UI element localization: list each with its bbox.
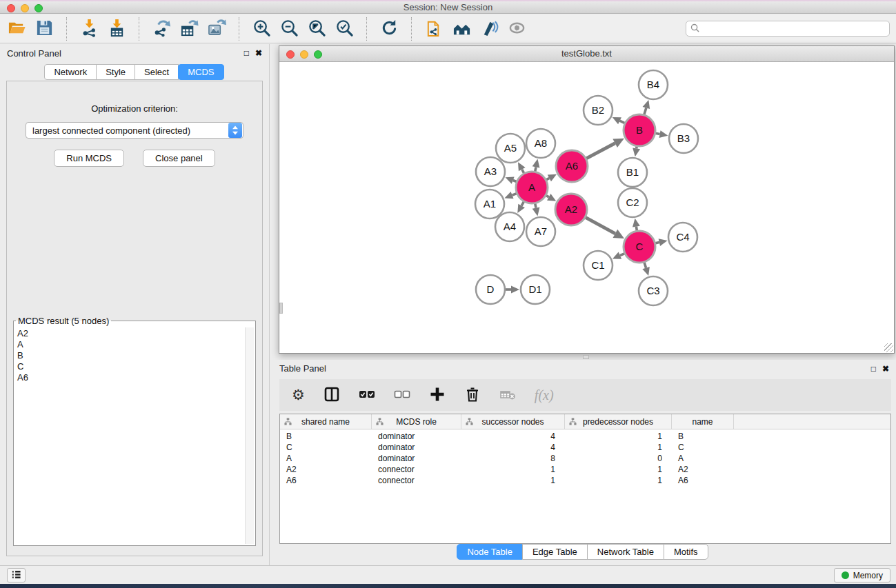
cell-shared_name[interactable]: A: [280, 453, 372, 464]
refresh-button[interactable]: [377, 17, 401, 41]
deselect-all-button[interactable]: [394, 385, 410, 405]
zoom-in-button[interactable]: [249, 17, 274, 41]
cell-shared_name[interactable]: C: [280, 442, 372, 453]
edge-A2-C[interactable]: [583, 216, 615, 234]
import-network-button[interactable]: [77, 17, 101, 41]
cell-predecessor_nodes[interactable]: 1: [565, 464, 672, 475]
resize-grip[interactable]: [884, 343, 893, 352]
home-button[interactable]: [449, 17, 474, 41]
tab-select[interactable]: Select: [135, 64, 179, 80]
canvas-scrollbar-thumb[interactable]: [279, 303, 283, 314]
close-window-button[interactable]: [7, 4, 15, 12]
minimize-window-button[interactable]: [21, 4, 29, 12]
optimization-criterion-select[interactable]: largest connected component (directed): [26, 122, 243, 139]
network-canvas[interactable]: AA1A2A3A4A5A6A7A8BB1B2B3B4CC1C2C3C4DD1: [279, 63, 894, 353]
mcds-result-item[interactable]: A2: [17, 328, 242, 339]
cell-mcds_role[interactable]: connector: [372, 475, 461, 486]
close-panel-button[interactable]: Close panel: [143, 150, 215, 167]
columns-button[interactable]: [323, 385, 340, 405]
export-image-button[interactable]: [204, 17, 229, 41]
tab-network-table[interactable]: Network Table: [587, 544, 664, 560]
tab-motifs[interactable]: Motifs: [664, 544, 708, 560]
export-image-icon: [208, 19, 226, 39]
cell-predecessor_nodes[interactable]: 1: [565, 475, 672, 486]
cell-name[interactable]: B: [672, 431, 734, 442]
select-all-button[interactable]: [359, 385, 375, 405]
column-header-name[interactable]: name: [672, 414, 734, 429]
cell-successor_nodes[interactable]: 4: [461, 431, 565, 442]
run-mcds-button[interactable]: Run MCDS: [54, 150, 124, 167]
cell-shared_name[interactable]: A2: [280, 464, 372, 475]
divider-handle-icon[interactable]: [583, 355, 589, 359]
cell-mcds_role[interactable]: dominator: [372, 431, 461, 442]
cell-name[interactable]: C: [672, 442, 734, 453]
table-row[interactable]: Adominator80A: [280, 453, 890, 464]
cell-name[interactable]: A6: [672, 475, 734, 486]
cell-successor_nodes[interactable]: 1: [461, 464, 565, 475]
edge-arrow-icon: [532, 207, 540, 216]
mcds-result-item[interactable]: A6: [17, 372, 242, 383]
zoom-selected-button[interactable]: [332, 17, 357, 41]
mcds-result-list[interactable]: A2ABCA6: [15, 327, 244, 544]
column-header-shared-name[interactable]: shared name: [280, 414, 372, 429]
minimize-network-button[interactable]: [300, 50, 308, 59]
cell-name[interactable]: A2: [672, 464, 734, 475]
import-table-button[interactable]: [104, 17, 129, 41]
cell-successor_nodes[interactable]: 8: [461, 453, 565, 464]
result-scrollbar[interactable]: [245, 327, 254, 544]
cell-shared_name[interactable]: A6: [280, 475, 372, 486]
table-row[interactable]: Cdominator41C: [280, 442, 890, 453]
column-header-predecessor-nodes[interactable]: predecessor nodes: [565, 414, 672, 429]
mcds-result-item[interactable]: C: [17, 361, 242, 372]
network-document-button[interactable]: [421, 17, 446, 41]
tab-style[interactable]: Style: [96, 64, 135, 80]
table-row[interactable]: A6connector11A6: [280, 475, 890, 486]
zoom-fit-button[interactable]: [304, 17, 329, 41]
show-details-button[interactable]: [504, 17, 529, 41]
zoom-network-button[interactable]: [314, 50, 322, 59]
edge-A6-B[interactable]: [584, 143, 615, 160]
cell-mcds_role[interactable]: connector: [372, 464, 461, 475]
close-network-button[interactable]: [286, 50, 295, 59]
table-row[interactable]: A2connector11A2: [280, 464, 890, 475]
cell-predecessor_nodes[interactable]: 1: [565, 431, 672, 442]
panel-divider[interactable]: [270, 354, 896, 360]
mcds-result-item[interactable]: B: [17, 350, 242, 361]
network-window-titlebar[interactable]: testGlobe.txt: [279, 46, 894, 62]
cell-mcds_role[interactable]: dominator: [372, 453, 461, 464]
export-table-button[interactable]: [177, 17, 201, 41]
delete-column-button[interactable]: [464, 385, 481, 405]
cell-successor_nodes[interactable]: 4: [461, 442, 565, 453]
delete-table-button[interactable]: [499, 385, 516, 405]
cell-successor_nodes[interactable]: 1: [461, 475, 565, 486]
column-header-successor-nodes[interactable]: successor nodes: [461, 414, 565, 429]
gear-button[interactable]: ⚙: [292, 385, 305, 405]
open-file-button[interactable]: [4, 17, 29, 41]
task-history-button[interactable]: [7, 568, 26, 582]
cell-name[interactable]: A: [672, 453, 734, 464]
function-builder-button[interactable]: f(x): [535, 385, 554, 405]
tab-network[interactable]: Network: [44, 64, 97, 80]
save-session-button[interactable]: [32, 17, 57, 41]
cell-predecessor_nodes[interactable]: 1: [565, 442, 672, 453]
cell-predecessor_nodes[interactable]: 0: [565, 453, 672, 464]
cell-mcds_role[interactable]: dominator: [372, 442, 461, 453]
zoom-out-button[interactable]: [277, 17, 301, 41]
search-input[interactable]: [699, 24, 885, 34]
cell-shared_name[interactable]: B: [280, 431, 372, 442]
float-table-panel-icon[interactable]: □: [871, 365, 876, 373]
float-panel-icon[interactable]: □: [244, 49, 249, 57]
hide-labels-button[interactable]: [477, 17, 501, 41]
zoom-window-button[interactable]: [34, 4, 43, 12]
memory-button[interactable]: Memory: [834, 568, 890, 582]
table-row[interactable]: Bdominator41B: [280, 431, 890, 442]
tab-mcds[interactable]: MCDS: [178, 64, 223, 80]
export-network-button[interactable]: [149, 17, 174, 41]
column-header-MCDS-role[interactable]: MCDS role: [372, 414, 461, 429]
close-table-panel-icon[interactable]: ✖: [882, 365, 889, 373]
close-panel-icon[interactable]: ✖: [255, 49, 262, 57]
tab-node-table[interactable]: Node Table: [457, 544, 523, 560]
mcds-result-item[interactable]: A: [17, 339, 242, 350]
add-column-button[interactable]: [429, 385, 446, 405]
tab-edge-table[interactable]: Edge Table: [522, 544, 588, 560]
